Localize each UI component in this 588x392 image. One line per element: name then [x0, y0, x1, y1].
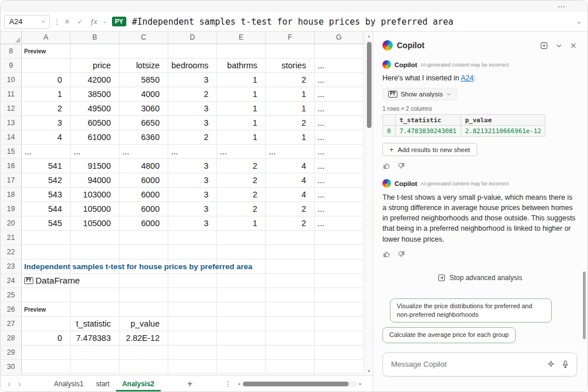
cell-reference-link[interactable]: A24: [461, 74, 473, 82]
cell-F8[interactable]: [266, 44, 315, 59]
select-all-corner[interactable]: [1, 32, 22, 44]
column-header-A[interactable]: A: [22, 32, 71, 44]
cell-B22[interactable]: [71, 245, 119, 259]
cell-G8[interactable]: [315, 44, 363, 59]
cell-A27[interactable]: [22, 317, 71, 331]
cell-F10[interactable]: 2: [266, 73, 315, 87]
cell-G15[interactable]: ...: [315, 145, 363, 159]
cell-E24[interactable]: [217, 274, 266, 288]
cell-B9[interactable]: price: [71, 59, 119, 73]
cell-E14[interactable]: 1: [217, 130, 266, 145]
panel-scroll-thumb[interactable]: [583, 271, 586, 339]
row-header-18[interactable]: 18: [1, 188, 22, 202]
cell-G17[interactable]: ...: [315, 173, 363, 188]
cell-A8[interactable]: Preview: [22, 44, 71, 59]
cell-F19[interactable]: 2: [266, 202, 315, 216]
cell-A12[interactable]: 2: [22, 102, 71, 116]
cell-C8[interactable]: [119, 44, 168, 59]
cell-F14[interactable]: 1: [266, 130, 315, 145]
row-header-28[interactable]: 28: [1, 331, 22, 346]
cell-D24[interactable]: [168, 274, 217, 288]
row-header-22[interactable]: 22: [1, 245, 22, 259]
thumbs-down-icon[interactable]: [397, 250, 405, 258]
cell-A25[interactable]: [22, 288, 71, 302]
cell-E22[interactable]: [217, 245, 266, 259]
cell-E10[interactable]: 1: [217, 73, 266, 87]
cell-G27[interactable]: [315, 317, 363, 331]
column-header-C[interactable]: C: [119, 32, 168, 44]
cell-D8[interactable]: [168, 44, 217, 59]
cell-A18[interactable]: 543: [22, 188, 71, 202]
cell-E29[interactable]: [217, 346, 266, 360]
column-header-E[interactable]: E: [217, 32, 266, 44]
cell-E8[interactable]: [217, 44, 266, 59]
cell-B15[interactable]: ...: [71, 145, 119, 159]
cell-G14[interactable]: ...: [315, 130, 363, 145]
cell-F17[interactable]: 4: [266, 173, 315, 188]
cell-B30[interactable]: [71, 360, 119, 374]
column-header-G[interactable]: G: [315, 32, 363, 44]
cell-E27[interactable]: [217, 317, 266, 331]
cell-B13[interactable]: 60500: [71, 116, 119, 130]
sheet-menu-icon[interactable]: ⋮: [225, 380, 231, 388]
row-header-16[interactable]: 16: [1, 159, 22, 173]
new-chat-icon[interactable]: [540, 41, 548, 50]
cell-F25[interactable]: [266, 288, 315, 302]
row-header-20[interactable]: 20: [1, 216, 22, 231]
horizontal-scrollbar[interactable]: ◄ ►: [237, 381, 362, 387]
cell-C27[interactable]: p_value: [119, 317, 168, 331]
cell-E25[interactable]: [217, 288, 266, 302]
cell-C26[interactable]: [119, 302, 168, 317]
name-box[interactable]: A24: [4, 15, 50, 29]
cell-B26[interactable]: [71, 302, 119, 317]
column-header-D[interactable]: D: [168, 32, 217, 44]
cell-A26[interactable]: Preview: [22, 302, 71, 317]
cell-E13[interactable]: 1: [217, 116, 266, 130]
tabs-next-icon[interactable]: ›: [14, 377, 25, 391]
cell-D19[interactable]: 3: [168, 202, 217, 216]
cell-B14[interactable]: 61000: [71, 130, 119, 145]
cell-C29[interactable]: [119, 346, 168, 360]
row-header-9[interactable]: 9: [1, 59, 22, 73]
sheet-tab-analysis2[interactable]: Analysis2: [116, 376, 161, 391]
cell-B17[interactable]: 94000: [71, 173, 119, 188]
show-analysis-button[interactable]: PY Show analysis: [382, 88, 457, 100]
cell-C25[interactable]: [119, 288, 168, 302]
cell-A11[interactable]: 1: [22, 87, 71, 102]
add-results-button[interactable]: + Add results to new sheet: [382, 143, 477, 156]
thumbs-up-icon[interactable]: [382, 250, 390, 258]
row-header-10[interactable]: 10: [1, 73, 22, 87]
more-options-icon[interactable]: ⋯: [558, 3, 566, 9]
cell-G22[interactable]: [315, 245, 363, 259]
cell-D27[interactable]: [168, 317, 217, 331]
cell-B21[interactable]: [71, 231, 119, 245]
horizontal-scroll-thumb[interactable]: [243, 382, 348, 386]
row-header-27[interactable]: 27: [1, 317, 22, 331]
cell-G19[interactable]: ...: [315, 202, 363, 216]
cell-F23[interactable]: [266, 259, 315, 274]
row-header-17[interactable]: 17: [1, 173, 22, 188]
cell-B25[interactable]: [71, 288, 119, 302]
cell-A29[interactable]: [22, 346, 71, 360]
cell-G21[interactable]: [315, 231, 363, 245]
cell-F20[interactable]: 2: [266, 216, 315, 231]
cell-C30[interactable]: [119, 360, 168, 374]
cell-A10[interactable]: 0: [22, 73, 71, 87]
cell-A20[interactable]: 545: [22, 216, 71, 231]
cell-G23[interactable]: [315, 259, 363, 274]
cell-G12[interactable]: ...: [315, 102, 363, 116]
cell-A9[interactable]: [22, 59, 71, 73]
vertical-scrollbar[interactable]: ▲ ▼: [365, 32, 373, 375]
enter-icon[interactable]: ✓: [75, 18, 84, 26]
cell-C19[interactable]: 6000: [119, 202, 168, 216]
cell-E17[interactable]: 2: [217, 173, 266, 188]
scroll-right-icon[interactable]: ►: [359, 382, 362, 386]
cell-D30[interactable]: [168, 360, 217, 374]
cell-C11[interactable]: 4000: [119, 87, 168, 102]
cell-F22[interactable]: [266, 245, 315, 259]
scroll-up-icon[interactable]: ▲: [365, 34, 373, 38]
row-header-12[interactable]: 12: [1, 102, 22, 116]
cell-G11[interactable]: ...: [315, 87, 363, 102]
sparkle-icon[interactable]: [547, 360, 555, 368]
cell-A30[interactable]: [22, 360, 71, 374]
